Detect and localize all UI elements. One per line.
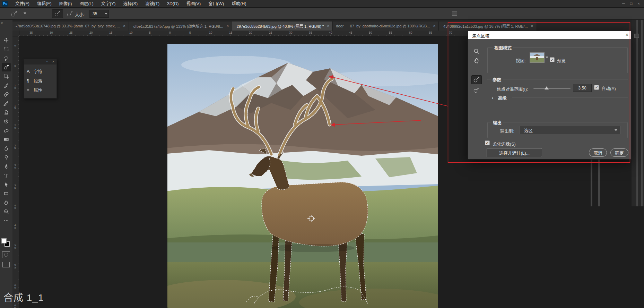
menu-item[interactable]: 3D(D) [163,0,182,8]
dialog-subtract-selection-tool[interactable] [471,86,482,95]
tool-eraser[interactable] [2,126,11,135]
tool-history-brush[interactable] [2,117,11,126]
menu-item[interactable]: 视图(V) [182,0,204,8]
flyout-panel-item[interactable]: A 字符 [24,67,56,76]
preview-checkbox[interactable] [550,57,555,62]
restore-icon[interactable]: □ [627,0,635,7]
dock-bar[interactable] [641,20,643,206]
tool-clone-stamp[interactable] [2,108,11,117]
quick-mask-button[interactable] [2,251,10,258]
tab-close-icon[interactable]: × [433,24,435,28]
dialog-close-icon[interactable]: × [626,32,628,37]
menu-item[interactable]: 选择(S) [119,0,141,8]
menu-item[interactable]: 编辑(E) [33,0,55,8]
tool-crop[interactable] [2,72,11,80]
flyout-items: A 字符 ¶ 段落 ≡ 属性 [24,67,56,95]
blur-icon [3,146,9,151]
tool-blur[interactable] [2,144,11,153]
ruler-number: 45 [349,31,352,34]
tab-close-icon[interactable]: × [327,24,329,28]
tool-more[interactable] [2,216,11,225]
zoom-icon [3,209,9,214]
foreground-color-swatch[interactable] [1,238,7,243]
ok-button[interactable]: 确定 [610,148,628,157]
menu-item[interactable]: 图层(L) [76,0,97,8]
tool-type[interactable] [2,171,11,180]
tool-marquee[interactable] [2,45,11,53]
flyout-collapse-chevrons-icon[interactable]: ›› [46,60,48,63]
panel-item-icon: ≡ [27,87,34,93]
brush-size-chevron-icon[interactable] [103,10,108,17]
document-tab[interactable]: deer___07_by_gaothaire-d6mx02e.jpg @ 100… [333,22,439,31]
menu-item[interactable]: 图像(I) [55,0,76,8]
tool-hand[interactable] [2,198,11,207]
ruler-number: 5 [14,64,17,67]
tool-preset-chevron-icon[interactable] [24,12,26,14]
flyout-panel-item[interactable]: ¶ 段落 [24,76,56,85]
tool-brush[interactable] [2,99,11,108]
tool-healing-brush[interactable] [2,90,11,99]
select-and-mask-button[interactable]: 选择并遮住(L)... [487,148,542,157]
ruler-number: 45 [14,224,17,229]
output-to-dropdown[interactable]: 选区 [520,126,621,134]
tool-gradient[interactable] [2,135,11,144]
focus-range-value-field[interactable]: 3.50 [573,84,592,92]
options-panel-toggle-icon[interactable] [452,11,457,16]
menu-item[interactable]: 窗口(W) [204,0,228,8]
ruler-number: 30 [289,31,292,34]
path-select-icon [3,182,9,187]
soften-edge-checkbox[interactable] [485,140,490,145]
color-swatches[interactable] [1,238,11,249]
close-icon[interactable]: × [635,0,643,7]
menu-item[interactable]: 滤镜(T) [141,0,163,8]
dock-bar[interactable] [636,20,638,206]
auto-checkbox[interactable] [594,85,599,90]
view-mode-legend: 视图模式 [493,44,513,51]
screen-mode-button[interactable] [2,262,10,267]
advanced-disclosure[interactable]: › 高级 [492,94,507,101]
brush-size-value[interactable]: 35 [90,11,103,16]
document-tab[interactable]: -dfbe1c31837a4b7.jpg @ 133% (颜色填充 1, RGB… [129,22,232,31]
document-tab[interactable]: -7ad9ca6f53a16748.jpg @ 33.3% (lamb_07_b… [12,22,129,31]
tab-close-icon[interactable]: × [123,24,125,28]
tool-eyedropper[interactable] [2,81,11,89]
tool-path-select[interactable] [2,180,11,189]
slider-thumb[interactable] [545,86,549,89]
minimize-icon[interactable]: ─ [620,0,627,7]
toolbar-dock-chevrons-icon[interactable]: » [1,21,3,25]
cancel-button[interactable]: 取消 [589,148,607,157]
quick-selection-tool-preset[interactable] [10,10,22,18]
add-to-selection-button[interactable] [52,9,63,18]
tool-dodge[interactable] [2,153,11,162]
tool-shape[interactable] [2,189,11,198]
ruler-number: 60 [14,284,17,289]
document-canvas[interactable]: .ants-fill { stroke:#f2f2f2; stroke-widt… [167,44,438,308]
tab-close-icon[interactable]: × [531,24,533,28]
view-thumbnail[interactable] [530,52,545,63]
tool-zoom[interactable] [2,207,11,216]
focus-range-slider[interactable] [533,88,571,89]
tab-close-icon[interactable]: × [226,24,229,28]
menu-item[interactable]: 文件(F) [11,0,33,8]
dialog-title-bar[interactable]: 焦点区域 × [468,31,631,39]
dialog-hand-tool[interactable] [471,56,482,65]
tool-quick-selection[interactable] [2,63,11,71]
gradient-icon [3,137,9,142]
dock-panel-icon[interactable] [634,34,639,38]
flyout-close-icon[interactable]: × [52,59,54,63]
document-tab[interactable]: -297e3dc855284b63.jpg @ 40.6% (图层 1, RGB… [232,22,333,31]
ruler-number: 30 [14,164,17,169]
menu-item[interactable]: 文字(Y) [97,0,120,8]
tool-lasso[interactable] [2,54,11,62]
parameters-legend: 参数 [491,76,503,83]
subtract-from-selection-button[interactable] [64,9,76,18]
brush-size-field[interactable]: 35 [89,10,109,18]
view-dropdown-chevron-icon[interactable] [546,57,548,58]
tool-move[interactable] [2,36,11,44]
document-tab[interactable]: -43406992d1a1c533.jpg @ 16.7% (图层 1, RGB… [439,22,537,31]
menu-item[interactable]: 帮助(H) [228,0,250,8]
dialog-zoom-tool[interactable] [471,47,482,56]
dialog-add-selection-tool[interactable] [471,75,482,84]
flyout-panel-item[interactable]: ≡ 属性 [24,85,56,95]
tool-pen[interactable] [2,162,11,171]
